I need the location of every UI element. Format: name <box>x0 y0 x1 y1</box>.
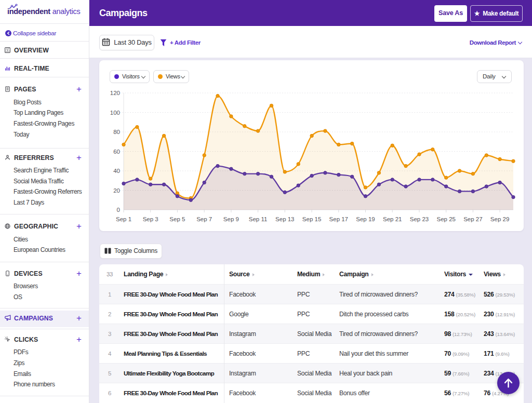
svg-text:Sep 15: Sep 15 <box>302 216 321 222</box>
svg-text:60: 60 <box>113 149 120 155</box>
svg-text:0: 0 <box>117 207 120 213</box>
svg-text:Sep 25: Sep 25 <box>436 216 455 222</box>
svg-text:Sep 11: Sep 11 <box>249 216 268 222</box>
svg-text:Sep 19: Sep 19 <box>356 216 375 222</box>
svg-text:20: 20 <box>113 187 120 194</box>
svg-text:Sep 1: Sep 1 <box>116 216 131 222</box>
svg-text:40: 40 <box>113 168 120 174</box>
svg-text:Sep 5: Sep 5 <box>169 216 185 222</box>
svg-text:100: 100 <box>110 110 120 116</box>
svg-text:Sep 3: Sep 3 <box>143 216 158 222</box>
svg-text:Sep 13: Sep 13 <box>275 216 294 222</box>
svg-text:Sep 7: Sep 7 <box>196 216 212 222</box>
svg-text:Sep 9: Sep 9 <box>223 216 239 222</box>
svg-text:Sep 29: Sep 29 <box>490 216 509 222</box>
svg-text:Sep 27: Sep 27 <box>463 216 482 222</box>
svg-text:80: 80 <box>113 129 120 135</box>
svg-text:Sep 17: Sep 17 <box>329 216 348 222</box>
svg-text:120: 120 <box>110 90 120 96</box>
svg-text:Sep 21: Sep 21 <box>383 216 402 222</box>
svg-text:Sep 23: Sep 23 <box>410 216 429 222</box>
